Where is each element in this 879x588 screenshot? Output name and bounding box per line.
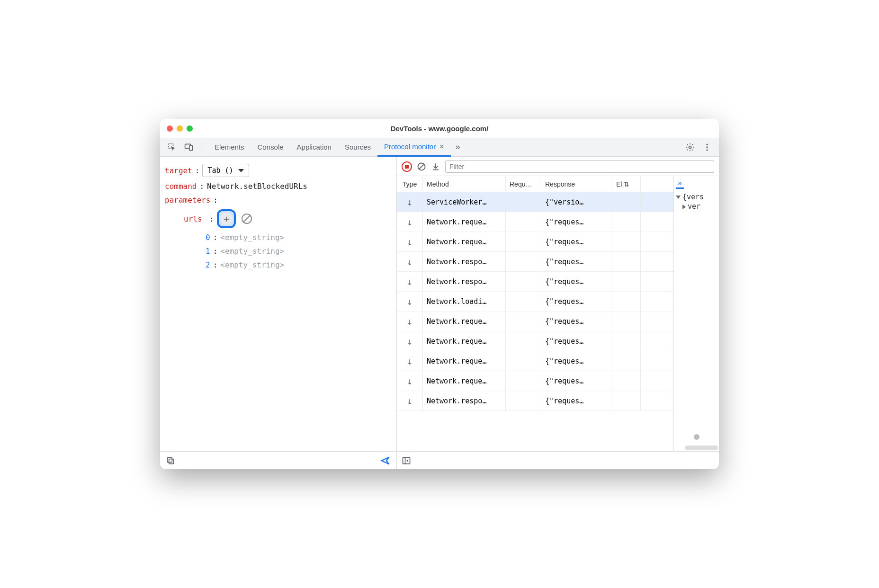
arrow-down-icon: ↓ [407,375,413,387]
table-row[interactable]: ↓ Network.respo… {"reques… [397,252,673,272]
cell-elapsed [612,252,641,271]
toolbar-divider [202,142,202,152]
cell-method: Network.reque… [423,212,506,232]
clear-urls-button[interactable] [242,214,252,224]
cell-type: ↓ [397,312,423,331]
caret-down-icon [238,169,244,172]
command-key: command [165,182,197,191]
target-select[interactable]: Tab () [202,164,249,177]
more-menu-icon[interactable] [700,140,714,154]
table-row[interactable]: ↓ Network.reque… {"reques… [397,312,673,331]
entry-value: <empty_string> [220,233,284,242]
cell-type: ↓ [397,371,423,391]
cell-elapsed [612,272,641,291]
entry-index: 0 [206,233,210,242]
cell-response: {"reques… [541,312,612,331]
cell-method: ServiceWorker… [423,192,506,212]
cell-response: {"reques… [541,252,612,271]
cell-type: ↓ [397,292,423,311]
svg-point-5 [706,146,708,148]
tab-sources[interactable]: Sources [338,138,377,157]
table-row[interactable]: ↓ Network.reque… {"reques… [397,331,673,351]
tab-application[interactable]: Application [290,138,338,157]
minimize-window-button[interactable] [177,125,183,132]
table-row[interactable]: ↓ Network.reque… {"reques… [397,371,673,391]
command-editor-body: target: Tab () command: Network.setBlock… [160,157,396,451]
entry-index: 2 [206,260,210,269]
arrow-down-icon: ↓ [407,395,413,407]
tab-strip: Elements Console Application Sources Pro… [208,138,680,157]
table-row[interactable]: ↓ Network.reque… {"reques… [397,351,673,371]
table-row[interactable]: ↓ Network.respo… {"reques… [397,391,673,411]
col-method[interactable]: Method [423,176,506,192]
cell-request [506,351,541,371]
send-command-button[interactable] [380,455,391,466]
copy-command-icon[interactable] [166,456,175,465]
cell-elapsed [612,232,641,251]
record-button[interactable] [402,161,412,172]
target-row: target: Tab () [165,164,392,177]
table-row[interactable]: ↓ ServiceWorker… {"versio… [397,192,673,212]
detail-tree-panel: » {vers ver [674,176,719,451]
cell-request [506,331,541,351]
tree-root[interactable]: {vers [676,193,717,201]
content-area: target: Tab () command: Network.setBlock… [160,157,719,469]
urls-key: urls [184,214,202,223]
cell-elapsed [612,192,641,212]
table-body[interactable]: ↓ ServiceWorker… {"versio… ↓ Network.req… [397,192,673,451]
editor-footer [160,451,396,469]
parameters-key: parameters [165,196,210,205]
col-response[interactable]: Response [541,176,612,192]
tab-label: Application [297,143,332,151]
urls-row: urls : + [165,209,392,228]
cell-method: Network.respo… [423,391,506,410]
col-elapsed[interactable]: El.⇅ [612,176,641,192]
cell-method: Network.respo… [423,272,506,291]
tree-more-button[interactable]: » [676,179,684,189]
maximize-window-button[interactable] [187,125,193,132]
save-button[interactable] [431,162,440,171]
filter-input[interactable] [445,160,714,173]
scroll-indicator-icon [694,434,700,440]
add-url-button[interactable]: + [217,209,236,228]
entry-index: 1 [206,247,210,256]
svg-point-3 [689,146,691,148]
url-entry[interactable]: 2 : <empty_string> [165,260,392,269]
inspect-icon[interactable] [165,140,179,154]
table-row[interactable]: ↓ Network.reque… {"reques… [397,232,673,252]
cell-method: Network.reque… [423,371,506,391]
tab-console[interactable]: Console [251,138,290,157]
cell-elapsed [612,371,641,391]
cell-method: Network.respo… [423,252,506,271]
more-tabs-button[interactable]: » [451,142,465,152]
url-entry[interactable]: 0 : <empty_string> [165,233,392,242]
tab-elements[interactable]: Elements [208,138,251,157]
table-row[interactable]: ↓ Network.reque… {"reques… [397,212,673,232]
close-tab-icon[interactable]: × [440,143,444,151]
cell-request [506,252,541,271]
url-entry[interactable]: 1 : <empty_string> [165,247,392,256]
cell-type: ↓ [397,351,423,371]
cell-type: ↓ [397,391,423,410]
settings-icon[interactable] [683,140,697,154]
tab-label: Elements [215,143,244,151]
cell-request [506,371,541,391]
tab-protocol-monitor[interactable]: Protocol monitor × [377,138,451,157]
col-type[interactable]: Type [397,176,423,192]
toggle-sidebar-icon[interactable] [402,456,411,465]
cell-elapsed [612,292,641,311]
tab-label: Console [258,143,284,151]
clear-button[interactable] [417,162,426,171]
monitor-toolbar [397,157,719,176]
device-toggle-icon[interactable] [182,140,196,154]
cell-elapsed [612,351,641,371]
horizontal-scrollbar[interactable] [685,445,718,450]
main-toolbar: Elements Console Application Sources Pro… [160,138,719,157]
cell-type: ↓ [397,272,423,291]
table-row[interactable]: ↓ Network.loadi… {"reques… [397,292,673,312]
close-window-button[interactable] [167,125,173,132]
cell-elapsed [612,331,641,351]
tree-child[interactable]: ver [676,202,717,211]
col-request[interactable]: Requ… [506,176,541,192]
table-row[interactable]: ↓ Network.respo… {"reques… [397,272,673,292]
